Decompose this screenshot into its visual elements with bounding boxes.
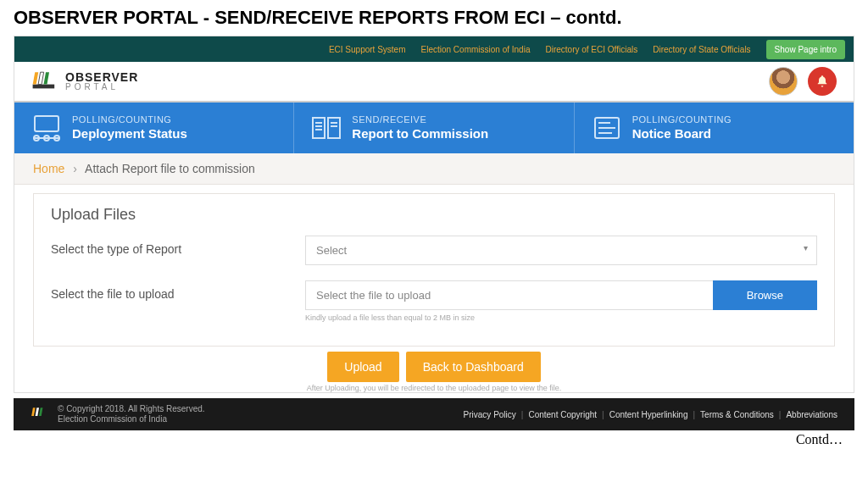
user-avatar[interactable] (769, 67, 798, 96)
nav-label: Notice Board (632, 126, 732, 141)
show-intro-button[interactable]: Show Page intro (766, 40, 845, 59)
breadcrumb-current: Attach Report file to commission (85, 162, 255, 175)
logo[interactable]: OBSERVER PORTAL (31, 69, 138, 93)
nav-report-commission[interactable]: SEND/RECEIVEReport to Commission (294, 103, 574, 153)
footer-link[interactable]: Content Copyright (528, 410, 597, 419)
footer-link[interactable]: Abbreviations (786, 410, 837, 419)
footer-org: Election Commission of India (58, 414, 205, 424)
label-report-type: Select the type of Report (51, 236, 305, 256)
svg-rect-3 (43, 72, 49, 84)
after-upload-hint: After Uploading, you will be redirected … (14, 384, 854, 392)
footer-links: Privacy Policy| Content Copyright| Conte… (464, 410, 837, 419)
footer-link[interactable]: Privacy Policy (464, 410, 516, 419)
breadcrumb: Home › Attach Report file to commission (14, 153, 854, 185)
user-area (769, 67, 837, 96)
topbar-link[interactable]: Election Commission of India (421, 45, 531, 54)
panel-title: Upload Files (51, 206, 817, 224)
logo-bar: OBSERVER PORTAL (14, 62, 854, 103)
footer-link[interactable]: Content Hyperlinking (609, 410, 688, 419)
nav-band: POLLING/COUNTINGDeployment Status SEND/R… (14, 103, 854, 153)
browse-button[interactable]: Browse (713, 280, 817, 310)
breadcrumb-home[interactable]: Home (33, 162, 64, 175)
logo-text-line2: PORTAL (65, 83, 138, 92)
file-size-hint: Kindly upload a file less than equal to … (305, 313, 817, 322)
nav-label: SEND/RECEIVE (352, 114, 488, 125)
deployment-icon (30, 113, 64, 143)
nav-notice-board[interactable]: POLLING/COUNTINGNotice Board (575, 103, 854, 153)
footer-copyright: © Copyright 2018. All Rights Reserved. (58, 404, 205, 414)
footer: © Copyright 2018. All Rights Reserved. E… (14, 398, 854, 430)
upload-button[interactable]: Upload (327, 352, 398, 382)
nav-label: POLLING/COUNTING (72, 114, 187, 125)
svg-rect-0 (33, 85, 55, 89)
nav-label: Report to Commission (352, 126, 488, 141)
topbar-link[interactable]: Directory of State Officials (653, 45, 750, 54)
footer-logo-icon (31, 406, 49, 423)
topbar: ECI Support System Election Commission o… (14, 36, 854, 62)
svg-rect-2 (38, 72, 44, 84)
nav-label: POLLING/COUNTING (632, 114, 732, 125)
nav-label: Deployment Status (72, 126, 187, 141)
svg-rect-13 (328, 118, 340, 138)
back-to-dashboard-button[interactable]: Back to Dashboard (406, 352, 541, 382)
footer-link[interactable]: Terms & Conditions (700, 410, 774, 419)
upload-panel: Upload Files Select the type of Report S… (33, 193, 835, 347)
label-file-upload: Select the file to upload (51, 280, 305, 301)
notice-icon (590, 113, 624, 143)
svg-rect-22 (39, 408, 42, 416)
nav-deployment-status[interactable]: POLLING/COUNTINGDeployment Status (14, 103, 294, 153)
notification-bell-icon[interactable] (808, 67, 837, 96)
report-type-select[interactable]: Select (305, 236, 817, 265)
report-icon (309, 113, 343, 143)
logo-text-line1: OBSERVER (65, 71, 138, 83)
svg-rect-20 (31, 408, 35, 416)
portal-window: ECI Support System Election Commission o… (14, 36, 854, 393)
svg-rect-1 (33, 72, 39, 84)
topbar-link[interactable]: Directory of ECI Officials (545, 45, 637, 54)
svg-rect-21 (36, 408, 39, 416)
svg-rect-9 (313, 118, 325, 138)
eci-logo-icon (31, 69, 58, 93)
chevron-right-icon: › (73, 162, 77, 175)
contd-label: Contd… (796, 432, 843, 447)
file-upload-input[interactable]: Select the file to upload (305, 280, 713, 310)
slide-title: OBSERVER PORTAL - SEND/RECEIVE REPORTS F… (0, 0, 868, 36)
svg-rect-4 (35, 116, 58, 131)
action-buttons: Upload Back to Dashboard (14, 352, 854, 382)
topbar-link[interactable]: ECI Support System (329, 45, 406, 54)
